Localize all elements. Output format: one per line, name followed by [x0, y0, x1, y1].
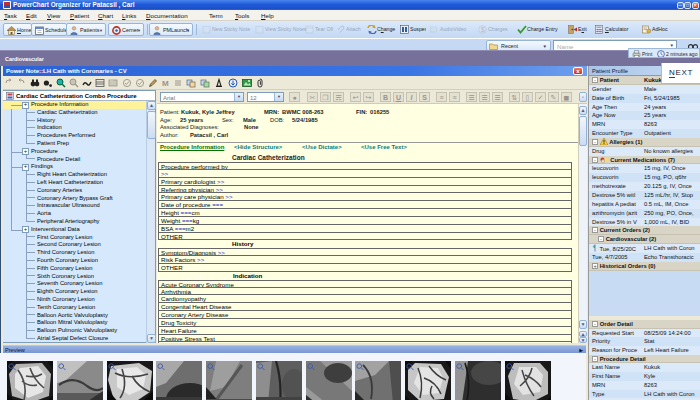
svg-text:$: $: [481, 26, 485, 33]
svg-text:M: M: [162, 79, 169, 88]
